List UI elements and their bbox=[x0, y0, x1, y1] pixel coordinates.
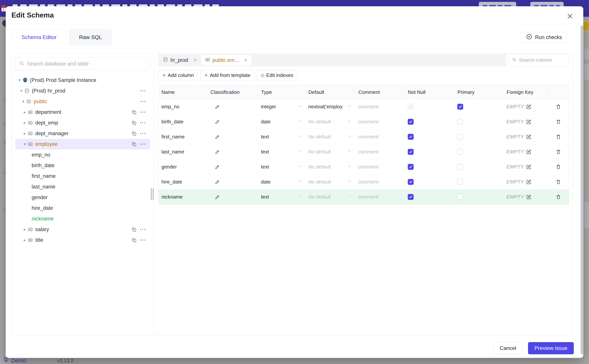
tree-item-gender[interactable]: gender bbox=[15, 192, 150, 203]
column-name-cell[interactable]: last_name bbox=[158, 144, 207, 159]
primary-checkbox[interactable] bbox=[457, 149, 463, 155]
tab-raw-sql[interactable]: Raw SQL bbox=[69, 29, 112, 45]
add-column-button[interactable]: +Add column bbox=[158, 70, 198, 81]
tree-item-birth_date[interactable]: birth_date bbox=[15, 160, 150, 171]
tree-item-title[interactable]: ▸title··· bbox=[15, 235, 150, 245]
edit-foreign-key-icon[interactable] bbox=[526, 194, 531, 200]
preview-issue-button[interactable]: Preview issue bbox=[528, 342, 574, 354]
delete-column-icon[interactable] bbox=[556, 194, 561, 200]
chevron-down-icon[interactable]: ▾ bbox=[22, 142, 28, 146]
edit-foreign-key-icon[interactable] bbox=[526, 149, 531, 155]
duplicate-table-icon[interactable] bbox=[132, 110, 137, 115]
default-select[interactable]: No default bbox=[305, 159, 355, 174]
column-name-cell[interactable]: first_name bbox=[158, 129, 207, 144]
primary-checkbox[interactable] bbox=[457, 134, 463, 140]
edit-classification-icon[interactable] bbox=[215, 149, 220, 154]
edit-classification-icon[interactable] bbox=[215, 134, 220, 139]
primary-checkbox[interactable] bbox=[457, 194, 463, 200]
edit-classification-icon[interactable] bbox=[215, 164, 220, 169]
comment-field[interactable]: comment bbox=[355, 144, 405, 159]
not-null-checkbox[interactable] bbox=[408, 119, 414, 125]
edit-foreign-key-icon[interactable] bbox=[526, 164, 531, 170]
divider-drag-handle[interactable] bbox=[151, 188, 154, 200]
run-checks-button[interactable]: Run checks bbox=[521, 32, 567, 43]
tree-item-last_name[interactable]: last_name bbox=[15, 182, 150, 192]
comment-field[interactable]: comment bbox=[355, 114, 405, 129]
default-select[interactable]: No default bbox=[305, 144, 355, 159]
chevron-right-icon[interactable]: ▸ bbox=[22, 110, 28, 114]
tree-search-input[interactable] bbox=[27, 61, 146, 67]
close-tab-icon[interactable]: × bbox=[194, 57, 197, 63]
chevron-right-icon[interactable]: ▸ bbox=[22, 227, 28, 232]
edit-classification-icon[interactable] bbox=[215, 194, 220, 200]
type-select[interactable]: text bbox=[258, 144, 305, 159]
duplicate-table-icon[interactable] bbox=[132, 238, 137, 243]
duplicate-table-icon[interactable] bbox=[132, 227, 137, 232]
column-name-cell[interactable]: gender bbox=[158, 159, 207, 174]
chevron-down-icon[interactable]: ▾ bbox=[20, 99, 26, 104]
tree-item-dept_emp[interactable]: ▸dept_emp··· bbox=[15, 117, 150, 128]
default-select[interactable]: No default bbox=[305, 129, 355, 144]
duplicate-table-icon[interactable] bbox=[132, 142, 137, 147]
cancel-button[interactable]: Cancel bbox=[494, 342, 522, 354]
delete-column-icon[interactable] bbox=[556, 164, 561, 170]
delete-column-icon[interactable] bbox=[556, 119, 561, 124]
comment-field[interactable]: comment bbox=[355, 99, 405, 114]
tab-schema-editor[interactable]: Schema Editor bbox=[11, 29, 67, 45]
tree-item-hire_date[interactable]: hire_date bbox=[15, 203, 150, 213]
default-select[interactable]: No default bbox=[305, 189, 355, 204]
not-null-checkbox[interactable] bbox=[408, 164, 414, 170]
tree-item--prod-hr_prod[interactable]: ▾(Prod) hr_prod··· bbox=[15, 85, 150, 96]
not-null-checkbox[interactable] bbox=[408, 149, 414, 155]
tree-item-employee[interactable]: ▾employee··· bbox=[15, 139, 150, 150]
primary-checkbox[interactable] bbox=[457, 164, 463, 170]
close-tab-icon[interactable]: × bbox=[244, 57, 248, 63]
default-select[interactable]: No default bbox=[305, 174, 355, 189]
chevron-down-icon[interactable]: ▾ bbox=[17, 78, 22, 82]
tree-item--prod-prod-sample-instance[interactable]: ▾(Prod) Prod Sample Instance bbox=[15, 75, 150, 85]
default-select[interactable]: No default bbox=[305, 114, 355, 129]
not-null-checkbox[interactable] bbox=[408, 194, 414, 200]
duplicate-table-icon[interactable] bbox=[132, 120, 137, 125]
tab-chip-public-employee[interactable]: public.em... × bbox=[201, 55, 251, 65]
primary-checkbox[interactable] bbox=[457, 119, 463, 125]
tab-chip-hr-prod[interactable]: hr_prod × bbox=[159, 54, 201, 66]
tree-item-department[interactable]: ▸department··· bbox=[15, 107, 150, 117]
tree-item-emp_no[interactable]: emp_no bbox=[15, 150, 150, 160]
delete-column-icon[interactable] bbox=[556, 134, 561, 140]
delete-column-icon[interactable] bbox=[556, 104, 561, 110]
duplicate-table-icon[interactable] bbox=[132, 131, 137, 136]
edit-classification-icon[interactable] bbox=[215, 119, 220, 124]
type-select[interactable]: integer bbox=[258, 99, 305, 114]
edit-foreign-key-icon[interactable] bbox=[526, 134, 531, 140]
type-select[interactable]: date bbox=[258, 174, 305, 189]
tree-item-public[interactable]: ▾public··· bbox=[15, 96, 150, 107]
default-select[interactable]: nextval('employ bbox=[305, 99, 355, 114]
modal-scrollbar[interactable] bbox=[581, 26, 583, 354]
not-null-checkbox[interactable] bbox=[408, 134, 414, 140]
comment-field[interactable]: comment bbox=[355, 189, 405, 204]
tree-item-nickname[interactable]: nickname bbox=[15, 213, 150, 224]
delete-column-icon[interactable] bbox=[556, 179, 561, 185]
edit-foreign-key-icon[interactable] bbox=[526, 104, 531, 110]
chevron-down-icon[interactable]: ▾ bbox=[19, 89, 24, 93]
comment-field[interactable]: comment bbox=[355, 159, 405, 174]
column-search-input[interactable] bbox=[519, 57, 573, 63]
add-from-template-button[interactable]: +Add from template bbox=[200, 70, 254, 81]
primary-checkbox[interactable] bbox=[457, 104, 463, 110]
close-icon[interactable] bbox=[566, 12, 574, 20]
chevron-right-icon[interactable]: ▸ bbox=[22, 121, 28, 125]
column-name-cell[interactable]: birth_date bbox=[158, 114, 207, 129]
comment-field[interactable]: comment bbox=[355, 129, 405, 144]
type-select[interactable]: date bbox=[258, 114, 305, 129]
chevron-right-icon[interactable]: ▸ bbox=[22, 131, 28, 136]
type-select[interactable]: text bbox=[258, 159, 305, 174]
comment-field[interactable]: comment bbox=[355, 174, 405, 189]
tree-item-first_name[interactable]: first_name bbox=[15, 171, 150, 182]
type-select[interactable]: text bbox=[258, 129, 305, 144]
edit-indexes-button[interactable]: ◇Edit indexes bbox=[257, 70, 297, 81]
edit-classification-icon[interactable] bbox=[215, 104, 220, 109]
edit-classification-icon[interactable] bbox=[215, 179, 220, 184]
column-name-cell[interactable]: emp_no bbox=[158, 99, 207, 114]
column-name-cell[interactable]: hire_date bbox=[158, 174, 207, 189]
